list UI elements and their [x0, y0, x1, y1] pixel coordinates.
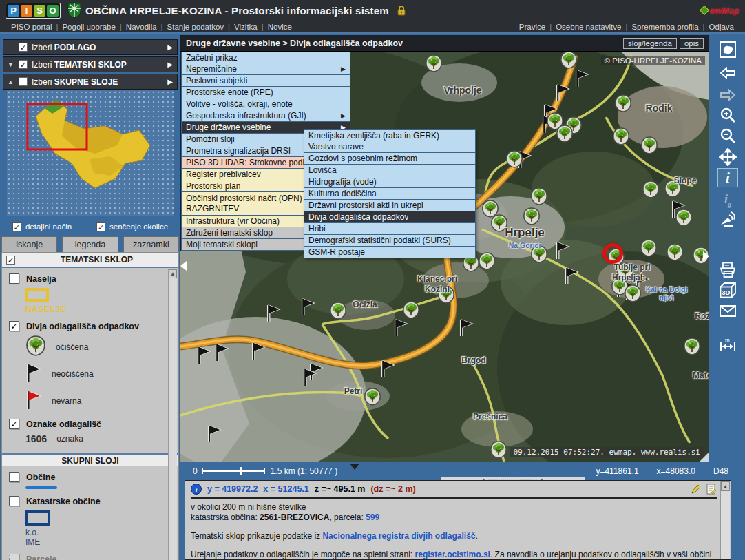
submenu-item-demografski-statisti-ni-podatki-surs-[interactable]: Demografski statistični podatki (SURS): [304, 235, 476, 247]
tab-iskanje[interactable]: iskanje: [1, 236, 57, 252]
menu-item-prostorske-enote-rpe-[interactable]: Prostorske enote (RPE): [181, 87, 350, 98]
overview-map[interactable]: [7, 90, 174, 216]
uncleaned-dump-flag-marker[interactable]: [302, 367, 317, 389]
cleaned-dump-tree-marker[interactable]: [612, 127, 630, 148]
cleaned-dump-tree-marker[interactable]: [640, 136, 658, 157]
gps-icon[interactable]: [717, 209, 738, 229]
menu-link-pravice[interactable]: Pravice: [515, 23, 549, 31]
uncleaned-dump-flag-marker[interactable]: [251, 341, 266, 363]
selector-checkbox[interactable]: [19, 77, 28, 86]
selector-tematski-sklop[interactable]: ▼✓Izberi TEMATSKI SKLOP▶: [3, 56, 178, 72]
submenu-item-gozdovi-s-posebnim-re-imom[interactable]: Gozdovi s posebnim režimom: [304, 153, 476, 165]
submenu-item-hidrografija-vode-[interactable]: Hidrografija (vode): [304, 176, 476, 188]
cleaned-dump-tree-marker[interactable]: [523, 207, 541, 228]
submenu-item-kmetijska-zemlji-a-raba-in-gerk-[interactable]: Kmetijska zemljišča (raba in GERK): [304, 129, 476, 141]
uncleaned-dump-flag-marker[interactable]: [207, 424, 222, 446]
cleaned-dump-tree-marker[interactable]: [478, 252, 496, 273]
cleaned-dump-tree-marker[interactable]: [505, 150, 523, 171]
option-detajlni-na-in[interactable]: ✓detajlni način: [12, 222, 72, 231]
mail-icon[interactable]: [717, 301, 738, 320]
expand-toggle-icon[interactable]: ▲: [8, 79, 14, 85]
info-g-icon[interactable]: ig: [717, 190, 738, 209]
selector-checkbox[interactable]: ✓: [19, 43, 28, 52]
menu-link-odjava[interactable]: Odjava: [705, 23, 738, 31]
uncleaned-dump-flag-marker[interactable]: [196, 345, 211, 367]
zoom-in-icon[interactable]: [717, 106, 738, 125]
datum-link[interactable]: D48: [713, 466, 728, 476]
option-sen-enje-okolice[interactable]: ✓senčenje okolice: [96, 222, 168, 231]
menu-link-navodila[interactable]: Navodila: [122, 23, 161, 31]
edit-pencil-icon[interactable]: [691, 484, 702, 495]
register-ocistimo-link[interactable]: register.ocistimo.si: [415, 550, 490, 559]
cleaned-dump-tree-marker[interactable]: [425, 54, 443, 75]
divja-checkbox[interactable]: ✓: [9, 321, 19, 331]
legend-master-checkbox[interactable]: ✓: [6, 256, 15, 265]
katastrske-checkbox[interactable]: [9, 496, 19, 506]
collapse-right-handle[interactable]: [703, 251, 709, 261]
cleaned-dump-tree-marker[interactable]: [683, 338, 701, 358]
menu-item-za-etni-prikaz[interactable]: Začetni prikaz: [181, 52, 350, 63]
cleaned-dump-tree-marker[interactable]: [666, 243, 684, 264]
cleaned-dump-tree-marker[interactable]: [490, 441, 507, 462]
submenu-item-dr-avni-prostorski-akti-in-ukrepi[interactable]: Državni prostorski akti in ukrepi: [304, 200, 476, 211]
menu-link-piso-portal[interactable]: PISO portal: [7, 23, 56, 31]
menu-link-pogoji-uporabe[interactable]: Pogoji uporabe: [58, 23, 119, 31]
map-resize-handle[interactable]: [700, 452, 709, 462]
menu-link-stanje-podatkov[interactable]: Stanje podatkov: [163, 23, 228, 31]
selector-checkbox[interactable]: ✓: [19, 60, 28, 69]
collapse-panel-icon[interactable]: [350, 464, 359, 470]
cleaned-dump-tree-marker[interactable]: [614, 94, 632, 115]
menu-link-sprememba-profila[interactable]: Sprememba profila: [627, 23, 702, 31]
submenu-item-divja-odlagali-a-odpadkov[interactable]: Divja odlagališča odpadkov: [304, 211, 476, 223]
scale-ratio-link[interactable]: 50777: [309, 466, 332, 476]
submenu-item-gsm-r-postaje[interactable]: GSM-R postaje: [304, 247, 476, 258]
submenu-item-hribi[interactable]: Hribi: [304, 223, 476, 235]
tab-legenda[interactable]: legenda: [62, 236, 118, 252]
menu-link-osebne-nastavitve[interactable]: Osebne nastavitve: [552, 23, 625, 31]
cleaned-dump-tree-marker[interactable]: [329, 302, 347, 322]
menu-link-vizitka[interactable]: Vizitka: [230, 23, 262, 31]
cleaned-dump-tree-marker[interactable]: [402, 301, 420, 322]
zoom-out-icon[interactable]: [717, 127, 738, 146]
layers-legend-button[interactable]: sloji/legenda: [623, 38, 677, 49]
legend-scrollbar[interactable]: ▲: [168, 269, 177, 560]
tab-zaznamki[interactable]: zaznamki: [123, 236, 179, 252]
uncleaned-dump-flag-marker[interactable]: [555, 83, 570, 105]
submenu-item-kulturna-dedi-ina[interactable]: Kulturna dediščina: [304, 188, 476, 200]
submenu-item-varstvo-narave[interactable]: Varstvo narave: [304, 141, 476, 153]
measure-icon[interactable]: m: [717, 335, 738, 355]
uncleaned-dump-flag-marker[interactable]: [564, 266, 579, 288]
selector-podlago[interactable]: ✓Izberi PODLAGO▶: [3, 39, 178, 55]
3d-icon[interactable]: 3D: [717, 281, 738, 300]
parcele-checkbox[interactable]: [9, 554, 19, 560]
uncleaned-dump-flag-marker[interactable]: [555, 240, 570, 262]
collapse-left-handle[interactable]: [180, 261, 187, 271]
cleaned-dump-tree-marker[interactable]: [530, 187, 548, 208]
uncleaned-dump-flag-marker[interactable]: [300, 297, 315, 319]
piso-logo[interactable]: PISO: [6, 3, 61, 19]
cleaned-dump-tree-marker[interactable]: [556, 125, 574, 145]
print-icon[interactable]: [717, 260, 738, 280]
info-panel-scrollbar[interactable]: ▲: [720, 481, 730, 559]
cleaned-dump-tree-marker[interactable]: [675, 209, 693, 229]
cleaned-dump-tree-marker[interactable]: [560, 52, 578, 72]
description-button[interactable]: opis: [680, 38, 704, 49]
scale-bar[interactable]: [202, 468, 265, 474]
full-extent-icon[interactable]: [717, 40, 738, 59]
info-icon[interactable]: i: [717, 168, 738, 187]
oznake-checkbox[interactable]: ✓: [9, 419, 19, 429]
parcel-link[interactable]: 599: [366, 512, 379, 522]
cleaned-dump-tree-marker[interactable]: [642, 180, 660, 201]
cleaned-dump-tree-marker[interactable]: [640, 239, 658, 260]
uncleaned-dump-flag-marker[interactable]: [459, 318, 474, 340]
uncleaned-dump-flag-marker[interactable]: [380, 359, 395, 381]
naselja-checkbox[interactable]: [9, 273, 19, 284]
notes-icon[interactable]: [706, 484, 717, 495]
menu-item-poslovni-subjekti[interactable]: Poslovni subjekti: [181, 75, 350, 87]
map-canvas[interactable]: VrhpoljeRodikSlopeHrpeljeNa GoriciTublje…: [180, 52, 709, 462]
expand-toggle-icon[interactable]: ▼: [8, 61, 14, 68]
menu-item-gospodarska-infrastruktura-gji-[interactable]: Gospodarska infrastruktura (GJI)▶: [181, 110, 350, 122]
register-link[interactable]: Nacionalnega registra divjih odlagališč: [322, 531, 475, 541]
uncleaned-dump-flag-marker[interactable]: [266, 303, 281, 325]
pan-icon[interactable]: [717, 147, 738, 167]
